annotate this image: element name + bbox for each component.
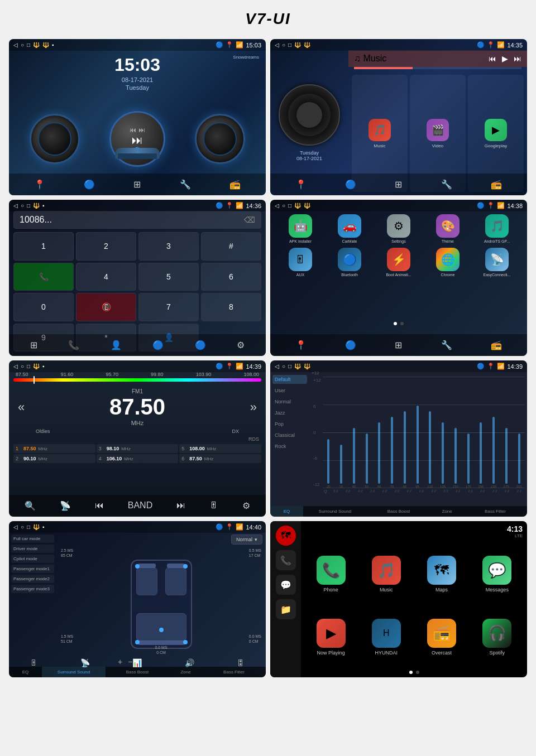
app-settings[interactable]: ⚙ Settings: [376, 214, 421, 243]
eq-bar-315[interactable]: 315: [513, 377, 525, 488]
radio-next-btn[interactable]: ⏭: [172, 498, 190, 513]
nav-rad-4[interactable]: 📻: [486, 338, 506, 353]
eq-tab-bass[interactable]: Bass Boost: [367, 506, 430, 517]
carplay-overcast[interactable]: 📻 Overcast: [417, 611, 467, 663]
preset-6[interactable]: 6 87.50 MHz: [179, 454, 261, 463]
eq-bar-150[interactable]: 150: [450, 377, 462, 488]
radio-prev[interactable]: «: [18, 400, 25, 415]
nav-apps[interactable]: ⊞: [129, 177, 145, 192]
carplay-phone[interactable]: 📞 Phone: [305, 548, 356, 600]
carplay-hyundai[interactable]: H HYUNDAI: [361, 611, 411, 663]
radio-search[interactable]: 🔍: [20, 498, 40, 513]
nav-phone-set[interactable]: ⚙: [232, 338, 249, 353]
nav-loc-2[interactable]: 📍: [291, 177, 311, 192]
preset-4[interactable]: 4 106.10 MHz: [97, 454, 179, 463]
key-4[interactable]: 4: [76, 263, 136, 291]
mode-driver[interactable]: Driver mode: [11, 545, 54, 553]
eq-tab-surround[interactable]: Surround Sound: [303, 506, 367, 517]
next-btn[interactable]: ⏭: [514, 54, 521, 63]
sound-nav-3[interactable]: 📊: [132, 658, 142, 667]
nav-bt-phone[interactable]: 🔵: [148, 338, 168, 353]
stab-zone[interactable]: Zone: [169, 667, 202, 677]
eq-default[interactable]: Default: [272, 375, 307, 384]
carplay-nowplaying[interactable]: ▶ Now Playing: [305, 611, 356, 663]
carplay-sidebar-phone[interactable]: 📞: [276, 550, 296, 570]
nav-bt-2[interactable]: 🔵: [341, 177, 361, 192]
key-3[interactable]: 3: [138, 232, 199, 261]
mode-pass2[interactable]: Passenger mode2: [11, 575, 54, 583]
nav-bt-4[interactable]: 🔵: [341, 338, 361, 353]
carplay-sidebar-files[interactable]: 📁: [276, 599, 296, 619]
app-bootanim[interactable]: ⚡ Boot Animati...: [376, 248, 421, 277]
sound-nav-4[interactable]: 🔊: [185, 658, 194, 667]
eq-classical[interactable]: Classical: [272, 431, 307, 440]
preset-5[interactable]: 5 108.00 MHz: [179, 444, 261, 453]
sound-nav-1[interactable]: 🎚: [30, 658, 38, 667]
nav-contacts[interactable]: 👤: [106, 338, 126, 353]
sound-nav-2[interactable]: 📡: [80, 658, 90, 667]
freq-slider[interactable]: [13, 378, 261, 382]
nav-recent[interactable]: 📞: [64, 338, 84, 353]
eq-bar-235[interactable]: 235: [488, 377, 500, 488]
mode-cpilot[interactable]: Cpilot mode: [11, 555, 54, 563]
radio-band-btn[interactable]: BAND: [123, 498, 157, 513]
key-hash[interactable]: #: [201, 232, 261, 261]
backspace-icon[interactable]: ⌫: [244, 215, 255, 224]
eq-bar-80[interactable]: 80: [399, 377, 411, 488]
eq-pop[interactable]: Pop: [272, 420, 307, 428]
carplay-messages[interactable]: 💬 Messages: [472, 548, 523, 600]
nav-apps-2[interactable]: ⊞: [390, 177, 406, 192]
preset-1[interactable]: 1 87.50 MHz: [13, 444, 95, 453]
eq-bar-70[interactable]: 70: [386, 377, 398, 488]
nav-bt2[interactable]: 🔵: [190, 338, 210, 353]
key-end[interactable]: 📵: [76, 293, 136, 321]
eq-bar-60[interactable]: 60: [374, 377, 385, 488]
app-bluetooth[interactable]: 🔵 Bluetooth: [327, 248, 372, 277]
nav-radio[interactable]: 📻: [225, 177, 245, 192]
eq-bar-175[interactable]: 175: [462, 377, 474, 488]
left-knob[interactable]: [30, 114, 80, 164]
stab-eq[interactable]: EQ: [9, 667, 42, 677]
play-btn[interactable]: ▶: [502, 54, 508, 63]
radio-scan[interactable]: 📡: [55, 498, 75, 513]
mode-fullcar[interactable]: Full car mode: [11, 535, 54, 543]
eq-tab-zone[interactable]: Zone: [430, 506, 463, 517]
carplay-sidebar-maps[interactable]: 🗺: [276, 526, 296, 546]
nav-loc-4[interactable]: 📍: [291, 338, 311, 353]
stab-bass[interactable]: Bass Boost: [106, 667, 169, 677]
nav-set-2[interactable]: 🔧: [437, 177, 457, 192]
app-apk[interactable]: 🤖 APK installer: [278, 214, 323, 243]
eq-tab-eq[interactable]: EQ: [270, 506, 303, 517]
key-0[interactable]: 0: [13, 293, 74, 321]
eq-bar-95[interactable]: 95: [411, 377, 423, 488]
right-knob[interactable]: [195, 114, 245, 164]
app-androits[interactable]: 🎵 AndroiTS GP...: [475, 214, 519, 243]
nav-rad-2[interactable]: 📻: [486, 177, 506, 192]
nav-dialpad[interactable]: ⊞: [26, 338, 42, 353]
app-easyconn[interactable]: 📡 EasyConnecti...: [475, 248, 519, 277]
mode-pass3[interactable]: Passenger mode3: [11, 585, 54, 593]
key-5[interactable]: 5: [138, 263, 199, 291]
sound-nav-5[interactable]: 🎛: [237, 658, 245, 667]
normal-badge[interactable]: Normal ▾: [231, 535, 262, 545]
key-1[interactable]: 1: [13, 232, 74, 261]
radio-settings[interactable]: ⚙: [238, 498, 255, 513]
eq-bar-30[interactable]: 30: [336, 377, 347, 488]
preset-2[interactable]: 2 90.10 MHz: [13, 454, 95, 463]
eq-bar-125[interactable]: 125: [437, 377, 449, 488]
carplay-music[interactable]: 🎵 Music: [361, 548, 411, 600]
carplay-maps[interactable]: 🗺 Maps: [417, 548, 467, 600]
eq-bar-275[interactable]: 275: [501, 377, 513, 488]
eq-user[interactable]: User: [272, 386, 307, 395]
eq-jazz[interactable]: Jazz: [272, 408, 307, 417]
key-call[interactable]: 📞: [13, 263, 74, 291]
prev-btn[interactable]: ⏮: [489, 54, 496, 63]
stab-bassfilter[interactable]: Bass Filter: [202, 667, 266, 677]
carplay-sidebar-messages[interactable]: 💬: [276, 575, 296, 595]
app-carmate[interactable]: 🚗 CarMate: [327, 214, 372, 243]
radio-eq[interactable]: 🎚: [205, 498, 223, 513]
eq-normal[interactable]: Normal: [272, 397, 307, 406]
eq-tab-bassfilter[interactable]: Bass Filter: [463, 506, 527, 517]
nav-settings[interactable]: 🔧: [175, 177, 195, 192]
app-chrome[interactable]: 🌐 Chrome: [425, 248, 470, 277]
